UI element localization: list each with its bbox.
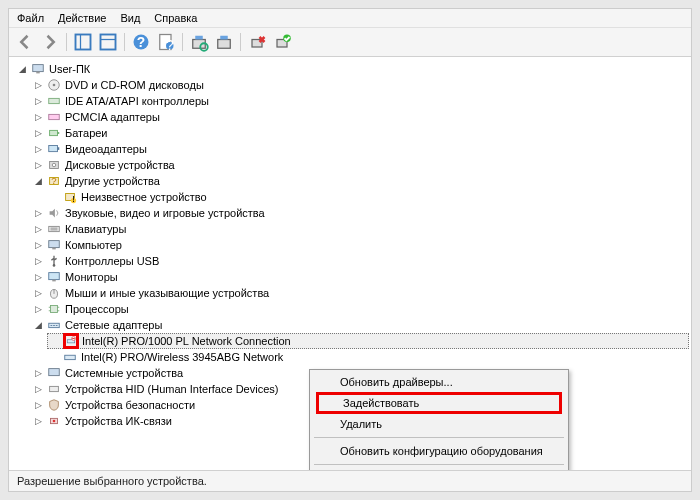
tree-item-pcmcia[interactable]: ▷PCMCIA адаптеры [31,109,689,125]
svg-text:?: ? [137,35,145,50]
menu-action[interactable]: Действие [58,12,106,24]
device-tree[interactable]: ◢ User-ПК ▷DVD и CD-ROM дисководы ▷IDE A… [9,57,691,470]
scan-hardware-button[interactable] [188,31,210,53]
context-enable[interactable]: Задействовать [316,392,562,414]
battery-icon [46,125,62,141]
svg-point-28 [52,163,56,167]
tree-label: Сетевые адаптеры [65,319,162,331]
tree-label: Другие устройства [65,175,160,187]
tree-label: Устройства HID (Human Interface Devices) [65,383,278,395]
tree-item-video[interactable]: ▷Видеоадаптеры [31,141,689,157]
expand-icon[interactable]: ▷ [33,208,44,219]
help-button[interactable]: ? [130,31,152,53]
tree-item-disk[interactable]: ▷Дисковые устройства [31,157,689,173]
tree-label: Компьютер [65,239,122,251]
expand-icon[interactable]: ▷ [33,224,44,235]
tree-item-cpu[interactable]: ▷Процессоры [31,301,689,317]
tree-child-wifi[interactable]: Intel(R) PRO/Wireless 3945ABG Network [47,349,689,365]
menu-help[interactable]: Справка [154,12,197,24]
svg-rect-44 [51,306,58,313]
tree-label: Дисковые устройства [65,159,175,171]
status-text: Разрешение выбранного устройства. [17,475,207,487]
expand-icon[interactable]: ▷ [33,304,44,315]
collapse-icon[interactable]: ◢ [17,64,28,75]
context-separator [314,464,564,465]
tree-label: Устройства безопасности [65,399,195,411]
help-topics-button[interactable]: ? [155,31,177,53]
context-refresh-config[interactable]: Обновить конфигурацию оборудования [312,441,566,461]
tree-item-network[interactable]: ◢Сетевые адаптеры [31,317,689,333]
expand-icon[interactable]: ▷ [33,272,44,283]
svg-rect-41 [52,280,56,282]
svg-point-39 [53,264,56,267]
context-update-drivers[interactable]: Обновить драйверы... [312,372,566,392]
expand-icon[interactable]: ▷ [33,288,44,299]
menubar: Файл Действие Вид Справка [9,9,691,28]
svg-text:?: ? [166,38,174,53]
menu-view[interactable]: Вид [120,12,140,24]
sound-icon [46,205,62,221]
security-icon [46,397,62,413]
tree-item-sound[interactable]: ▷Звуковые, видео и игровые устройства [31,205,689,221]
svg-rect-12 [218,40,231,49]
properties-button[interactable] [97,31,119,53]
expand-icon[interactable]: ▷ [33,416,44,427]
disk-icon [46,157,62,173]
expand-icon[interactable]: ▷ [33,400,44,411]
svg-rect-25 [49,146,58,152]
tree-child-nic-selected[interactable]: Intel(R) PRO/1000 PL Network Connection [47,333,689,349]
collapse-icon[interactable]: ◢ [33,320,44,331]
show-hide-tree-button[interactable] [72,31,94,53]
expand-icon[interactable]: ▷ [33,256,44,267]
controller-icon [46,93,62,109]
tree-item-usb[interactable]: ▷Контроллеры USB [31,253,689,269]
update-driver-button[interactable] [213,31,235,53]
expand-icon[interactable]: ▷ [33,128,44,139]
tree-item-ide[interactable]: ▷IDE ATA/ATAPI контроллеры [31,93,689,109]
tree-label: Системные устройства [65,367,183,379]
svg-rect-13 [220,36,228,40]
enable-button[interactable] [271,31,293,53]
expand-icon[interactable]: ▷ [33,112,44,123]
svg-rect-55 [65,355,76,359]
network-icon [46,317,62,333]
collapse-icon[interactable]: ◢ [33,176,44,187]
expand-icon[interactable]: ▷ [33,144,44,155]
tree-item-other[interactable]: ◢?Другие устройства [31,173,689,189]
statusbar: Разрешение выбранного устройства. [9,470,691,491]
tree-item-battery[interactable]: ▷Батареи [31,125,689,141]
tree-label: Звуковые, видео и игровые устройства [65,207,265,219]
tree-label: Батареи [65,127,108,139]
svg-rect-37 [49,241,60,248]
expand-icon[interactable]: ▷ [33,240,44,251]
context-delete[interactable]: Удалить [312,414,566,434]
forward-button[interactable] [39,31,61,53]
expand-icon[interactable]: ▷ [33,368,44,379]
tree-item-keyboard[interactable]: ▷Клавиатуры [31,221,689,237]
tree-item-mouse[interactable]: ▷Мыши и иные указывающие устройства [31,285,689,301]
tree-label: DVD и CD-ROM дисководы [65,79,204,91]
menu-file[interactable]: Файл [17,12,44,24]
system-device-icon [46,365,62,381]
computer-icon [30,61,46,77]
expand-icon[interactable]: ▷ [33,160,44,171]
back-button[interactable] [14,31,36,53]
tree-item-computer[interactable]: ▷Компьютер [31,237,689,253]
svg-text:?: ? [51,175,56,186]
svg-rect-56 [49,369,60,376]
svg-rect-52 [56,325,58,326]
keyboard-icon [46,221,62,237]
tree-item-dvd[interactable]: ▷DVD и CD-ROM дисководы [31,77,689,93]
tree-label: Мыши и иные указывающие устройства [65,287,269,299]
expand-icon[interactable]: ▷ [33,384,44,395]
tree-label: Intel(R) PRO/Wireless 3945ABG Network [81,351,283,363]
expand-icon[interactable]: ▷ [33,96,44,107]
tree-item-monitor[interactable]: ▷Мониторы [31,269,689,285]
expand-icon[interactable]: ▷ [33,80,44,91]
hid-icon [46,381,62,397]
svg-rect-23 [50,130,58,135]
tree-root[interactable]: ◢ User-ПК [15,61,689,77]
context-properties[interactable]: Свойства [312,468,566,470]
uninstall-button[interactable] [246,31,268,53]
tree-child-unknown[interactable]: !Неизвестное устройство [47,189,689,205]
